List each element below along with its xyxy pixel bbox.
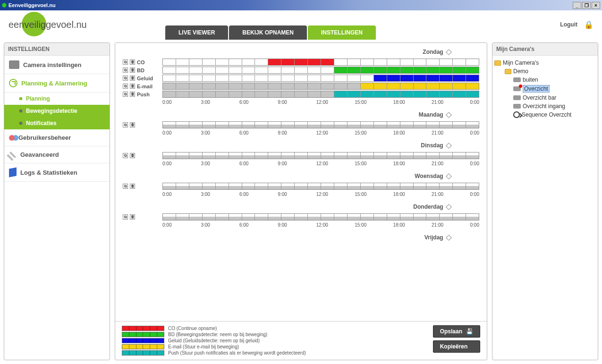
copy-row-icon[interactable]: ⧉ — [123, 214, 128, 220]
copy-row-icon[interactable]: ⧉ — [123, 92, 128, 97]
nav-planning-label: Planning & Alarmering — [21, 80, 87, 87]
camera-icon — [9, 60, 19, 69]
tree-cam-buiten[interactable]: buiten — [494, 76, 596, 84]
tree-root-label: Mijn Camera's — [503, 59, 539, 66]
schedule-track[interactable] — [162, 83, 479, 90]
delete-row-icon[interactable]: 🗑 — [130, 92, 135, 97]
main-content: INSTELLINGEN Camera instellingen Plannin… — [0, 39, 602, 364]
delete-row-icon[interactable]: 🗑 — [130, 184, 135, 189]
logout-link[interactable]: Loguit — [560, 21, 577, 28]
tree-sequence[interactable]: Sequence Overzcht — [494, 110, 596, 119]
collapse-icon[interactable] — [446, 173, 452, 179]
schedule-track[interactable] — [162, 183, 479, 190]
day-dinsdag: Dinsdag ⧉🗑0:003:006:009:0012:0015:0018:0… — [123, 141, 479, 166]
tree-cam-overzicht-ingang[interactable]: Overzicht ingang — [494, 102, 596, 110]
folder-icon — [494, 60, 501, 66]
legend-co: CO (Continue opname) — [122, 325, 433, 331]
time-axis: 0:003:006:009:0012:0015:0018:0021:000:00 — [162, 222, 479, 228]
legend-push: Push (Stuur push notificaties als er bew… — [122, 350, 433, 356]
row-label: Push — [137, 92, 150, 97]
schedule-track[interactable] — [162, 75, 479, 82]
window-minimize-button[interactable]: _ — [573, 2, 581, 9]
day-woensdag: Woensdag ⧉🗑0:003:006:009:0012:0015:0018:… — [123, 172, 479, 197]
schedule-track[interactable] — [162, 67, 479, 74]
delete-row-icon[interactable]: 🗑 — [130, 122, 135, 127]
collapse-icon[interactable] — [446, 204, 452, 210]
schedule-track[interactable] — [162, 121, 479, 128]
tab-live-viewer[interactable]: LIVE VIEWER — [165, 25, 228, 40]
nav-camera-label: Camera instellingen — [23, 61, 82, 68]
nav-sub-bewegingsdetectie[interactable]: Bewegingsdetectie — [4, 105, 110, 117]
nav-users-label: Gebruikersbeheer — [18, 134, 71, 141]
nav-sub-notificaties[interactable]: Notificaties — [4, 117, 110, 129]
camera-icon — [513, 77, 521, 82]
copy-row-icon[interactable]: ⧉ — [123, 76, 128, 81]
day-title[interactable]: Dinsdag — [123, 141, 479, 152]
tab-instellingen[interactable]: INSTELLINGEN — [308, 25, 376, 40]
delete-row-icon[interactable]: 🗑 — [130, 59, 135, 65]
folder-icon — [505, 69, 511, 74]
schedule-row-email: ⧉🗑E-mail — [123, 82, 479, 90]
collapse-icon[interactable] — [446, 112, 452, 118]
collapse-icon[interactable] — [446, 143, 452, 149]
window-close-button[interactable]: × — [592, 2, 600, 9]
collapse-icon[interactable] — [446, 235, 452, 241]
tree-cam-overzicht[interactable]: Overzicht — [494, 84, 596, 93]
copy-row-icon[interactable]: ⧉ — [123, 184, 128, 189]
legend-bd-label: BD (Bewegingsdetectie: neem op bij beweg… — [168, 332, 267, 337]
copy-row-icon[interactable]: ⧉ — [123, 68, 128, 73]
row-label: E-mail — [137, 84, 153, 89]
schedule-track[interactable] — [162, 91, 479, 98]
copy-row-icon[interactable]: ⧉ — [123, 59, 128, 65]
legend-email-label: E-mail (Stuur e-mail bij beweging) — [168, 344, 239, 349]
lock-icon[interactable]: 🔒 — [584, 20, 594, 29]
legend-co-label: CO (Continue opname) — [168, 326, 217, 331]
delete-row-icon[interactable]: 🗑 — [130, 153, 135, 158]
users-icon — [9, 135, 15, 141]
nav-gebruikersbeheer[interactable]: Gebruikersbeheer — [4, 129, 110, 146]
delete-row-icon[interactable]: 🗑 — [130, 84, 135, 89]
day-title[interactable]: Maandag — [123, 110, 479, 121]
copy-row-icon[interactable]: ⧉ — [123, 84, 128, 89]
tab-bekijk-opnamen[interactable]: BEKIJK OPNAMEN — [229, 25, 307, 40]
window-maximize-button[interactable]: ❐ — [582, 2, 591, 9]
day-title[interactable]: Zondag — [123, 48, 479, 58]
brand-suffix: gevoel.nu — [46, 19, 87, 30]
day-maandag: Maandag ⧉🗑0:003:006:009:0012:0015:0018:0… — [123, 110, 479, 135]
delete-row-icon[interactable]: 🗑 — [130, 68, 135, 73]
save-button[interactable]: Opslaan💾 — [433, 325, 480, 338]
schedule-scroll[interactable]: Zondag ⧉🗑CO⧉🗑BD⧉🗑Geluid⧉🗑E-mail⧉🗑Push0:0… — [115, 43, 487, 321]
day-title[interactable]: Donderdag — [123, 203, 479, 213]
delete-row-icon[interactable]: 🗑 — [130, 76, 135, 81]
schedule-row-collapsed: ⧉🗑 — [123, 121, 479, 129]
nav-planning-alarmering[interactable]: Planning & Alarmering — [4, 74, 110, 93]
copy-row-icon[interactable]: ⧉ — [123, 122, 128, 127]
copy-button[interactable]: Kopieëren — [433, 340, 480, 353]
collapse-icon[interactable] — [446, 49, 452, 55]
copy-row-icon[interactable]: ⧉ — [123, 153, 128, 158]
settings-nav-panel: INSTELLINGEN Camera instellingen Plannin… — [4, 42, 110, 360]
legend-bd: BD (Bewegingsdetectie: neem op bij beweg… — [122, 331, 433, 338]
schedule-row-bd: ⧉🗑BD — [123, 66, 479, 74]
tree-root[interactable]: Mijn Camera's — [494, 59, 596, 67]
schedule-track[interactable] — [162, 59, 479, 66]
status-dot-icon — [2, 3, 7, 8]
bullet-icon — [19, 110, 22, 112]
nav-logs-statistieken[interactable]: Logs & Statistieken — [4, 163, 110, 182]
time-axis: 0:003:006:009:0012:0015:0018:0021:000:00 — [162, 100, 479, 105]
copy-button-label: Kopieëren — [440, 343, 468, 350]
window-titlebar: Eenveiliggevoel.nu _ ❐ × — [0, 0, 602, 10]
nav-geavanceerd[interactable]: Geavanceerd — [4, 146, 110, 163]
bullet-icon — [19, 97, 22, 100]
day-title[interactable]: Woensdag — [123, 172, 479, 182]
legend-geluid-label: Geluid (Geluidsdetectie: neem op bij gel… — [168, 338, 260, 343]
schedule-track[interactable] — [162, 152, 479, 159]
day-title[interactable]: Vrijdag — [123, 233, 479, 244]
schedule-track[interactable] — [162, 213, 479, 220]
delete-row-icon[interactable]: 🗑 — [130, 214, 135, 220]
nav-camera-instellingen[interactable]: Camera instellingen — [4, 56, 110, 74]
tree-demo[interactable]: Demo — [494, 67, 596, 76]
schedule-row-geluid: ⧉🗑Geluid — [123, 74, 479, 82]
tree-cam-overzicht-bar[interactable]: Overzicht bar — [494, 93, 596, 102]
nav-sub-planning[interactable]: Planning — [4, 93, 110, 105]
